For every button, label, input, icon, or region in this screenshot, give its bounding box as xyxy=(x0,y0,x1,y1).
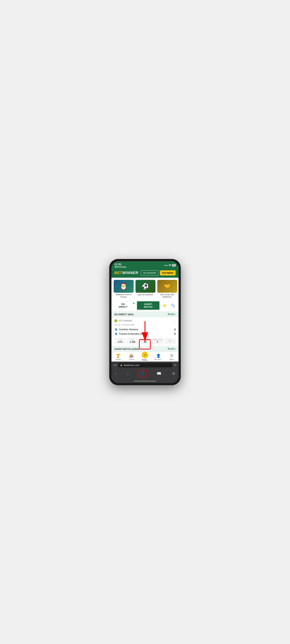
signal-icon: •••• xyxy=(164,264,168,267)
player-2-score: 0 xyxy=(174,332,176,335)
odd-v1[interactable]: V1 4.74 xyxy=(114,338,126,344)
menu-icon: ☰ xyxy=(170,354,173,358)
promo-item-1[interactable]: 🎅 BetWinner Drum of Fortune xyxy=(114,280,134,298)
nav-coupon-label: Coup... xyxy=(142,359,148,361)
browser-aa[interactable]: AA xyxy=(114,364,117,366)
connect-button[interactable]: Se connecter xyxy=(141,270,159,276)
status-notification: ◀ WhatsApp xyxy=(114,266,126,268)
status-bar: 11:51 ◀ WhatsApp •••• 51 xyxy=(111,261,179,269)
match-league-name: ATP. Adélaïde xyxy=(118,320,132,322)
home-bar xyxy=(134,381,156,382)
avant-match-section-header: AVANT-MATCH (5354) PLUS » xyxy=(111,346,179,352)
player-2-info: 👤 Thanasi Kokkinakis (WC) xyxy=(114,332,146,336)
player-2-avatar: 👤 xyxy=(114,332,118,336)
match-player-1: 👤 Yoshihito Nishioka 0 xyxy=(114,327,176,332)
promo-item-2[interactable]: ⚽ Ligue du Cashback xyxy=(135,280,155,298)
odd-v2[interactable]: V2 1.185 xyxy=(127,338,138,344)
coupon-icon xyxy=(142,352,148,358)
live-section-plus[interactable]: PLUS » xyxy=(168,313,176,316)
status-icons: •••• 51 xyxy=(164,264,176,267)
player-1-name: Yoshihito Nishioka xyxy=(119,328,138,331)
odd-total-p[interactable]: TOTAL 21 P .81 xyxy=(139,338,151,344)
promo-label-3: Earn money with BetWinner! xyxy=(157,294,177,298)
app-header: BETWINNER Se connecter Inscription xyxy=(111,269,179,278)
browser-share-button[interactable] xyxy=(139,370,146,377)
betwinner-logo: BETWINNER xyxy=(114,271,138,275)
browser-lock-icon: 🔒 xyxy=(120,364,123,366)
main-tabs: EN DIRECT AVANT-MATCH ⭐ 🔍 xyxy=(111,300,179,312)
player-1-info: 👤 Yoshihito Nishioka xyxy=(114,328,138,331)
avant-match-plus[interactable]: PLUS » xyxy=(168,348,176,350)
tab-avant-match[interactable]: AVANT-MATCH xyxy=(137,301,159,310)
bottom-nav: 🏆 Sports 🎰 Casino Coup... xyxy=(111,352,179,362)
promo-label-1: BetWinner Drum of Fortune xyxy=(114,294,134,298)
battery-indicator: 51 xyxy=(172,264,176,266)
promo-label-2: Ligue du Cashback xyxy=(135,294,155,296)
match-options-icon[interactable]: ⋮ xyxy=(173,319,176,322)
svg-point-0 xyxy=(170,266,170,266)
live-section-title: EN DIRECT (854) xyxy=(114,313,133,316)
promo-item-3[interactable]: 🤝 Earn money with BetWinner! xyxy=(157,280,177,298)
odd-total-m[interactable]: TOTAL 21 M 2 xyxy=(152,338,163,344)
sports-icon: 🏆 xyxy=(116,354,120,358)
promo-image-2: ⚽ xyxy=(135,280,155,293)
match-league-row: ATP. Adélaïde ⋮ xyxy=(114,319,176,322)
home-indicator xyxy=(111,380,179,383)
wifi-icon xyxy=(168,264,171,267)
promo-image-1: 🎅 xyxy=(114,280,134,293)
promo-image-3: 🤝 xyxy=(157,280,177,293)
odds-row: V1 4.74 V2 1.185 TOTAL 21 P .81 TOTAL 21… xyxy=(114,338,176,344)
browser-controls: ‹ › 📖 ⧉ xyxy=(111,369,179,380)
nav-sports-label: Sports xyxy=(116,358,121,360)
avant-match-title: AVANT-MATCH (5354) xyxy=(114,348,139,350)
browser-tabs-icon[interactable]: ⧉ xyxy=(172,371,176,376)
match-player-2: 👤 Thanasi Kokkinakis (WC) 0 xyxy=(114,332,176,336)
casino-icon: 🎰 xyxy=(129,354,134,358)
nav-sports[interactable]: 🏆 Sports xyxy=(111,354,125,361)
nav-casino[interactable]: 🎰 Casino xyxy=(125,354,138,361)
tennis-ball-icon xyxy=(114,319,117,322)
promos-carousel: 🎅 BetWinner Drum of Fortune ⚽ Ligue du C… xyxy=(111,278,179,300)
nav-menu-label: Menu xyxy=(170,358,174,360)
browser-bookmarks-icon[interactable]: 📖 xyxy=(156,370,162,376)
phone-screen: 11:51 ◀ WhatsApp •••• 51 xyxy=(111,261,179,383)
nav-connect-label: Se conn... xyxy=(154,358,163,360)
browser-url-box[interactable]: 🔒 betwinner1.com xyxy=(118,363,172,368)
header-buttons: Se connecter Inscription xyxy=(141,270,176,276)
live-dot xyxy=(133,302,134,304)
player-2-name: Thanasi Kokkinakis (WC) xyxy=(119,332,146,335)
status-time: 11:51 xyxy=(114,263,126,266)
nav-casino-label: Casino xyxy=(129,358,134,360)
odd-ha[interactable]: HA xyxy=(164,338,176,344)
nav-connect[interactable]: 👤 Se conn... xyxy=(152,354,165,361)
favorites-icon[interactable]: ⭐ xyxy=(161,303,168,308)
browser-back-button[interactable]: ‹ xyxy=(114,371,117,376)
browser-url-text: betwinner1.com xyxy=(124,364,139,366)
browser-forward-button[interactable]: › xyxy=(127,371,129,376)
inscription-button[interactable]: Inscription xyxy=(160,270,176,276)
browser-address-bar: AA 🔒 betwinner1.com ↻ xyxy=(111,362,179,369)
match-card: ATP. Adélaïde ⋮ 1er set / 1/16 de finale… xyxy=(111,317,179,346)
player-1-avatar: 👤 xyxy=(114,328,118,331)
search-icon[interactable]: 🔍 xyxy=(169,303,176,308)
nav-coupon[interactable]: Coup... xyxy=(138,354,152,361)
phone-frame: 11:51 ◀ WhatsApp •••• 51 xyxy=(109,259,181,385)
browser-refresh-icon[interactable]: ↻ xyxy=(174,364,176,367)
player-1-score: 0 xyxy=(174,328,176,331)
connect-nav-icon: 👤 xyxy=(156,354,161,358)
live-section-header: EN DIRECT (854) PLUS » xyxy=(111,312,179,317)
match-league-info: ATP. Adélaïde xyxy=(114,319,132,322)
nav-menu[interactable]: ☰ Menu xyxy=(165,354,179,361)
match-subtitle: 1er set / 1/16 de finale xyxy=(114,324,176,326)
tab-en-direct[interactable]: EN DIRECT xyxy=(114,301,133,310)
